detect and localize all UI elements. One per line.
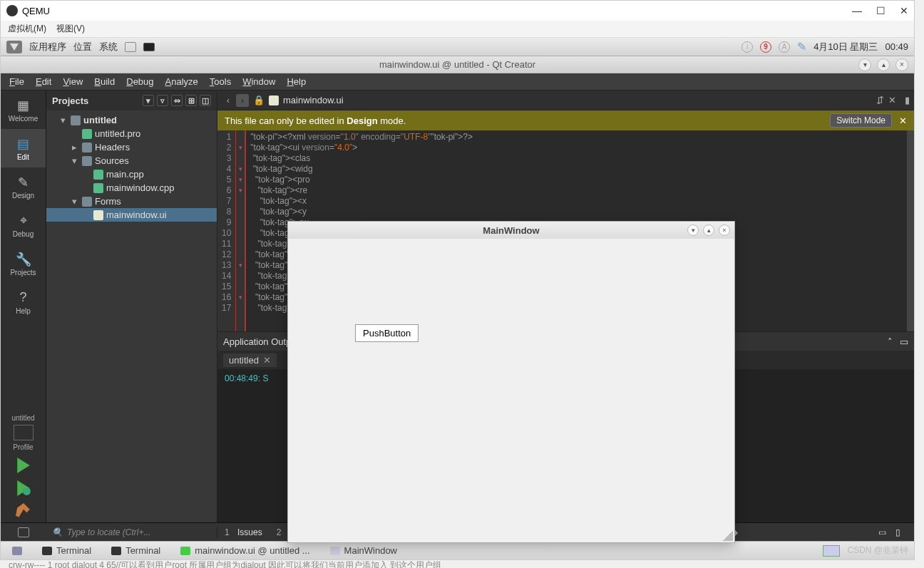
mode-projects[interactable]: 🔧Projects: [1, 244, 46, 283]
taskbar-item-qtcreator[interactable]: mainwindow.ui @ untitled ...: [175, 545, 315, 556]
qemu-title: QEMU: [22, 6, 50, 16]
qtcreator-window-titlebar[interactable]: mainwindow.ui @ untitled - Qt Creator ▾ …: [1, 56, 914, 73]
clock-date[interactable]: 4月10日 星期三: [813, 41, 878, 53]
taskbar-item-terminal2[interactable]: Terminal: [106, 545, 166, 556]
svg-point-0: [22, 487, 30, 495]
maximize-button[interactable]: ☐: [876, 5, 885, 16]
toggle-sidebar-icon[interactable]: [18, 527, 29, 537]
menu-applications[interactable]: 应用程序: [29, 41, 66, 53]
add-icon[interactable]: ⊞: [185, 95, 197, 106]
menu-window[interactable]: Window: [242, 76, 275, 87]
link-icon[interactable]: ⇔: [171, 95, 183, 106]
filter-icon[interactable]: ▿: [157, 95, 168, 106]
close-button[interactable]: ✕: [900, 5, 908, 16]
network-icon[interactable]: ✎: [797, 40, 806, 53]
line-column-indicator[interactable]: ⇵: [876, 95, 884, 105]
folder-icon: [82, 197, 92, 207]
toggle-right-sidebar-icon[interactable]: ▯: [895, 527, 907, 537]
tree-headers[interactable]: ▸Headers: [46, 140, 217, 154]
terminal-launcher-icon[interactable]: [143, 43, 155, 51]
folder-icon: [82, 143, 92, 153]
app-minimize-button[interactable]: ▾: [687, 224, 699, 236]
tree-sources[interactable]: ▾Sources: [46, 154, 217, 167]
run-button[interactable]: [1, 454, 46, 477]
run-debug-button[interactable]: [1, 477, 46, 500]
help-icon: ?: [16, 290, 31, 306]
output-close-icon[interactable]: ▭: [900, 336, 908, 347]
menu-view[interactable]: View: [63, 76, 83, 87]
menu-edit[interactable]: Edit: [36, 76, 51, 87]
close-output-tab-icon[interactable]: ✕: [263, 355, 271, 366]
workspace-switcher[interactable]: [823, 545, 840, 557]
tree-forms[interactable]: ▾Forms: [46, 195, 217, 208]
menu-tools[interactable]: Tools: [210, 76, 231, 87]
tree-mainwindow-cpp[interactable]: mainwindow.cpp: [46, 181, 217, 195]
running-app-window[interactable]: MainWindow ▾ ▴ × PushButton: [287, 221, 735, 543]
app-maximize-button[interactable]: ▴: [703, 224, 714, 236]
pencil-icon: ✎: [16, 175, 31, 190]
progress-icon[interactable]: ▭: [878, 527, 890, 537]
project-icon: [71, 115, 81, 125]
qtcreator-window-title: mainwindow.ui @ untitled - Qt Creator: [379, 59, 535, 70]
mode-welcome[interactable]: ▦Welcome: [1, 91, 46, 129]
close-warning-icon[interactable]: ✕: [899, 115, 907, 126]
menu-places[interactable]: 位置: [73, 41, 92, 53]
qtc-maximize-button[interactable]: ▴: [877, 58, 890, 71]
project-tree[interactable]: ▾untitled untitled.pro ▸Headers ▾Sources…: [46, 110, 217, 522]
output-tab-issues[interactable]: 1 Issues: [217, 523, 270, 542]
app-titlebar[interactable]: MainWindow ▾ ▴ ×: [288, 222, 734, 239]
mode-design[interactable]: ✎Design: [1, 167, 46, 206]
menu-file[interactable]: File: [9, 76, 24, 87]
split-close-icon[interactable]: ✕: [888, 95, 896, 105]
notification-badge[interactable]: 9: [760, 41, 771, 53]
show-desktop-button[interactable]: [6, 547, 28, 555]
indicator-a-icon[interactable]: A: [779, 41, 790, 53]
mode-help[interactable]: ?Help: [1, 283, 46, 321]
qtc-close-button[interactable]: ×: [895, 58, 908, 71]
kit-selector[interactable]: untitled Profile: [1, 411, 46, 454]
push-button[interactable]: PushButton: [355, 324, 419, 342]
taskbar-item-terminal1[interactable]: Terminal: [36, 545, 97, 556]
taskbar-item-mainwindow[interactable]: MainWindow: [324, 545, 403, 556]
split-icon[interactable]: ◫: [200, 95, 211, 106]
locator-input[interactable]: 🔍 Type to locate (Ctrl+...: [46, 527, 217, 537]
fold-gutter[interactable]: ▾▾▾▾▾▾: [236, 130, 245, 331]
mode-debug[interactable]: ⌖Debug: [1, 206, 46, 244]
output-tab[interactable]: untitled ✕: [223, 353, 277, 367]
output-collapse-icon[interactable]: ˄: [888, 336, 893, 347]
tree-main-cpp[interactable]: main.cpp: [46, 167, 217, 181]
resize-grip[interactable]: [723, 531, 733, 541]
tree-pro-file[interactable]: untitled.pro: [46, 127, 217, 140]
menu-analyze[interactable]: Analyze: [165, 76, 198, 87]
nav-back-icon[interactable]: ‹: [222, 94, 235, 107]
panel-launcher-icon[interactable]: [125, 42, 136, 52]
editor-tab[interactable]: mainwindow.ui: [269, 95, 872, 105]
menu-vm[interactable]: 虚拟机(M): [8, 23, 46, 35]
mode-edit[interactable]: ▤Edit: [1, 129, 46, 167]
switch-mode-button[interactable]: Switch Mode: [830, 113, 892, 128]
grid-icon: ▦: [16, 98, 31, 113]
proj-dropdown-icon[interactable]: ▾: [143, 95, 154, 106]
app-close-button[interactable]: ×: [719, 224, 730, 236]
menu-help[interactable]: Help: [287, 76, 306, 87]
indicator-icon[interactable]: i: [741, 41, 753, 53]
split-editor-icon[interactable]: ▮: [905, 95, 910, 105]
tree-project[interactable]: ▾untitled: [46, 113, 217, 127]
build-button[interactable]: [1, 500, 46, 522]
scrollbar[interactable]: [907, 130, 914, 331]
menu-build[interactable]: Build: [94, 76, 115, 87]
lock-icon[interactable]: 🔒: [253, 95, 265, 105]
menu-system[interactable]: 系统: [99, 41, 118, 53]
nav-forward-icon[interactable]: ›: [236, 94, 249, 107]
clock-time[interactable]: 00:49: [885, 41, 908, 52]
qtc-minimize-button[interactable]: ▾: [858, 58, 871, 71]
app-client-area: PushButton: [288, 239, 734, 542]
menu-view[interactable]: 视图(V): [56, 23, 85, 35]
projects-title: Projects: [52, 95, 88, 106]
menu-debug[interactable]: Debug: [126, 76, 153, 87]
minimize-button[interactable]: —: [852, 5, 862, 16]
tree-mainwindow-ui[interactable]: mainwindow.ui: [46, 208, 217, 222]
ui-file-icon: [269, 95, 279, 105]
qemu-titlebar[interactable]: QEMU — ☐ ✕: [1, 1, 914, 21]
applications-menu-icon[interactable]: [6, 41, 22, 53]
